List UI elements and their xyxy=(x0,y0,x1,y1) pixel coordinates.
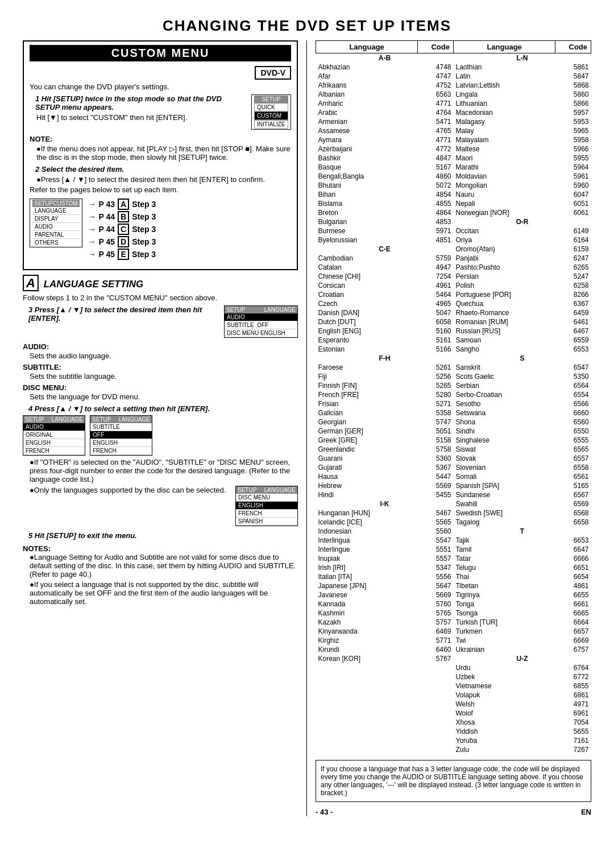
right-lang-name: Russian [RUS] xyxy=(453,326,555,336)
right-lang-code: 5957 xyxy=(555,108,591,117)
step1-block: SETUP QUICK CUSTOM INITIALIZE 1 Hit [SET… xyxy=(30,94,291,133)
right-lang-code: 7267 xyxy=(555,745,591,754)
subtitle-label: SUBTITLE: xyxy=(23,363,298,371)
left-lang-code: 4851 xyxy=(418,235,454,245)
left-lang-name: Finnish [FIN] xyxy=(316,381,418,390)
left-lang-code: 5347 xyxy=(418,563,454,572)
right-lang-name: Volapuk xyxy=(453,691,555,700)
right-lang-code: 5965 xyxy=(555,126,591,135)
right-lang-name: Polish xyxy=(453,281,555,290)
right-lang-code: 6467 xyxy=(555,326,591,336)
left-lang-code: 5467 xyxy=(418,509,454,518)
right-lang-code: 6664 xyxy=(555,618,591,627)
left-lang-code: 5447 xyxy=(418,472,454,481)
right-lang-name: Samoan xyxy=(453,336,555,345)
left-lang-name: Catalan xyxy=(316,263,418,272)
steps-block: SETUPCUSTOM LANGUAGE DISPLAY AUDIO PAREN… xyxy=(30,199,291,260)
col3-header: Language xyxy=(453,41,555,53)
right-lang-name: Zulu xyxy=(453,745,555,754)
right-lang-code: 6569 xyxy=(555,499,591,509)
left-lang-name: Georgian xyxy=(316,418,418,427)
left-lang-name: Japanese [JPN] xyxy=(316,581,418,590)
right-lang-code: 6459 xyxy=(555,308,591,317)
left-lang-code: 5271 xyxy=(418,399,454,408)
left-lang-name: French [FRE] xyxy=(316,390,418,399)
right-lang-name: Marathi xyxy=(453,163,555,172)
left-lang-name: Indonesian xyxy=(316,527,418,536)
right-lang-code: 6555 xyxy=(555,436,591,445)
left-lang-code: 5047 xyxy=(418,308,454,317)
right-lang-name: Oromo(Afan) xyxy=(453,245,555,254)
left-lang-code: 4772 xyxy=(418,144,454,154)
left-lang-name: Galician xyxy=(316,408,418,418)
right-lang-name: Swedish [SWE] xyxy=(453,509,555,518)
left-lang-code: 5557 xyxy=(418,554,454,563)
left-lang-code: 5360 xyxy=(418,454,454,463)
right-lang-name: Swahili xyxy=(453,499,555,509)
left-lang-code: 5471 xyxy=(418,117,454,126)
right-lang-code: 6564 xyxy=(555,381,591,390)
right-lang-code: 5958 xyxy=(555,135,591,144)
right-lang-name: Tibetan xyxy=(453,581,555,590)
right-lang-code: 5860 xyxy=(555,90,591,99)
right-lang-name: Maori xyxy=(453,154,555,163)
right-lang-name: Occitan xyxy=(453,226,555,235)
right-lang-name: Wolof xyxy=(453,709,555,718)
disc-menu-desc: Sets the language for DVD menu. xyxy=(30,392,298,401)
right-lang-code: 6665 xyxy=(555,609,591,618)
left-lang-code: 5759 xyxy=(418,254,454,263)
right-lang-name: Xhosa xyxy=(453,718,555,727)
right-lang-code: 5955 xyxy=(555,154,591,163)
right-lang-code: 6258 xyxy=(555,281,591,290)
right-lang-code: 6061 xyxy=(555,208,591,217)
page: CHANGING THE DVD SET UP ITEMS CUSTOM MEN… xyxy=(0,0,614,868)
notes-title: NOTES: xyxy=(23,544,298,553)
right-lang-name: Tatar xyxy=(453,554,555,563)
left-lang-code: 5265 xyxy=(418,381,454,390)
right-lang-name: Tigrinya xyxy=(453,590,555,600)
right-lang-code: 6547 xyxy=(555,363,591,372)
left-lang-name: Chinese [CHI] xyxy=(316,272,418,281)
right-lang-code: 6164 xyxy=(555,235,591,245)
left-lang-name: Czech xyxy=(316,299,418,308)
audio-diagram: SETUPLANGUAGE AUDIO ORIGINAL ENGLISH FRE… xyxy=(23,415,85,456)
left-lang-code: 6460 xyxy=(418,645,454,654)
left-lang-code: 5565 xyxy=(418,518,454,527)
left-lang-name: English [ENG] xyxy=(316,326,418,336)
right-lang-name: Moldavian xyxy=(453,172,555,181)
left-lang-name: Greek [GRE] xyxy=(316,436,418,445)
right-lang-code: 6247 xyxy=(555,254,591,263)
left-lang-name: Frisian xyxy=(316,399,418,408)
right-lang-name: Latvian;Lettish xyxy=(453,81,555,90)
section-header: A LANGUAGE SETTING xyxy=(23,276,298,291)
left-lang-name: Bihari xyxy=(316,190,418,199)
left-lang-code: 5560 xyxy=(418,527,454,536)
left-lang-code: 5765 xyxy=(418,609,454,618)
bullet2: ●Press [▲ / ▼] to select the desired ite… xyxy=(36,175,291,184)
right-lang-name: Serbian xyxy=(453,381,555,390)
section-title: LANGUAGE SETTING xyxy=(44,279,144,290)
right-lang-code: 6855 xyxy=(555,681,591,691)
step-line-d: → P 45 D Step 3 xyxy=(88,236,156,247)
right-lang-code: 6367 xyxy=(555,299,591,308)
left-lang-name: Bislama xyxy=(316,199,418,208)
right-lang-code: 6653 xyxy=(555,536,591,545)
left-lang-name: Byelorussian xyxy=(316,235,418,245)
right-lang-code: 6647 xyxy=(555,545,591,554)
right-lang-name: Laothian xyxy=(453,63,555,72)
left-lang-name: Bengali;Bangla xyxy=(316,172,418,181)
language-setting-section: A LANGUAGE SETTING Follow steps 1 to 2 i… xyxy=(23,276,298,606)
note-1: ●Language Setting for Audio and Subtitle… xyxy=(30,553,298,578)
right-lang-code: 6655 xyxy=(555,590,591,600)
right-lang-name: Slovak xyxy=(453,454,555,463)
right-lang-name: Siswat xyxy=(453,445,555,454)
right-lang-code: 8266 xyxy=(555,290,591,299)
left-lang-name: Albanian xyxy=(316,90,418,99)
lang-setup-diagram: SETUPLANGUAGE AUDIO SUBTITLE OFF DISC ME… xyxy=(224,305,298,338)
step5-italic: 5 Hit [SETUP] to exit the menu. xyxy=(28,531,298,540)
right-lang-name: Sanskrit xyxy=(453,363,555,372)
right-lang-code: 6047 xyxy=(555,190,591,199)
right-lang-name: Ukrainian xyxy=(453,645,555,654)
left-lang-code: 4860 xyxy=(418,172,454,181)
left-lang-code: 5051 xyxy=(418,427,454,436)
